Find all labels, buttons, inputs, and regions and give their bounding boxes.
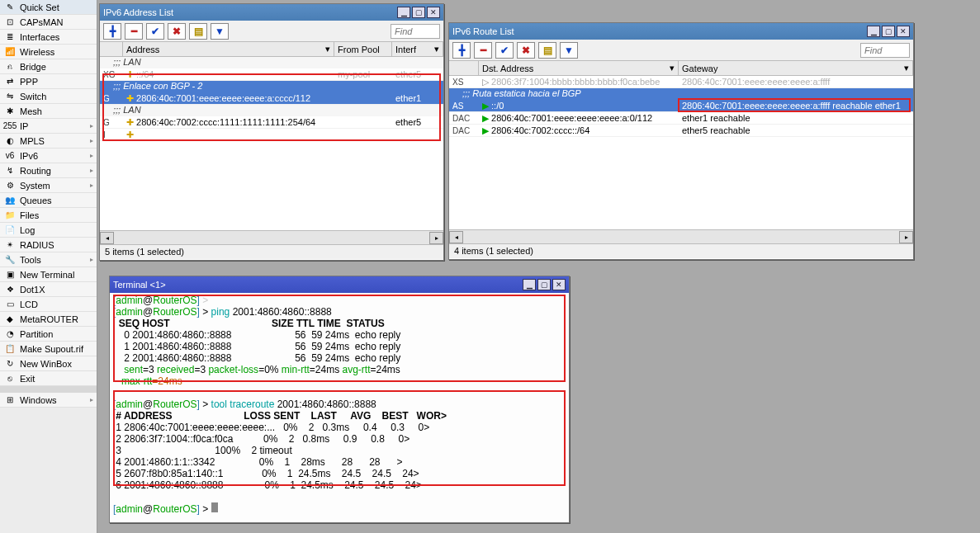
table-row[interactable]: G✚ 2806:40c:7002:cccc:1111:1111:1111:254…	[100, 116, 443, 129]
sidebar-item-label: Quick Set	[20, 2, 59, 12]
comment-row[interactable]: ;;; Enlace con BGP - 2	[100, 81, 443, 92]
menu-icon: 📶	[3, 45, 17, 59]
sidebar-item-lcd[interactable]: ▭LCD	[0, 297, 97, 312]
sidebar-item-wireless[interactable]: 📶Wireless	[0, 45, 97, 59]
sidebar-item-new-winbox[interactable]: ↻New WinBox	[0, 356, 97, 371]
col-gateway[interactable]: Gateway▾	[679, 61, 913, 75]
sidebar-item-ipv6[interactable]: v6IPv6▸	[0, 149, 97, 163]
sidebar-item-ip[interactable]: 255IP▸	[0, 119, 97, 134]
titlebar-address[interactable]: IPv6 Address List ▁ ▢ ✕	[100, 4, 443, 21]
address-cell: ✚ 2806:40c:7001:eeee:eeee:eeee:a:cccc/11…	[123, 93, 334, 104]
sidebar-item-label: IP	[20, 121, 28, 131]
table-row[interactable]: XG✚ ::/64my-poolether5	[100, 68, 443, 81]
hscrollbar-route[interactable]: ◂▸	[449, 229, 913, 243]
terminal-body[interactable]: [admin@RouterOS] > [admin@RouterOS] > pi…	[110, 293, 569, 522]
add-button[interactable]: ╋	[452, 42, 471, 59]
sidebar-item-interfaces[interactable]: ≣Interfaces	[0, 30, 97, 45]
sidebar-item-mpls[interactable]: ◐MPLS▸	[0, 134, 97, 149]
table-row[interactable]: G✚ 2806:40c:7001:eeee:eeee:eeee:a:cccc/1…	[100, 92, 443, 105]
pool-cell: my-pool	[334, 69, 392, 79]
scroll-left-button[interactable]: ◂	[449, 231, 463, 243]
sidebar-item-capsman[interactable]: ⊡CAPsMAN	[0, 15, 97, 30]
sidebar-windows[interactable]: ⊞ Windows ▸	[0, 393, 97, 408]
menu-icon: ⎌	[3, 60, 17, 73]
sidebar-item-exit[interactable]: ⎋Exit	[0, 371, 97, 386]
sidebar-item-label: MetaROUTER	[20, 314, 78, 324]
comment-row[interactable]: ;;; LAN	[100, 57, 443, 68]
sidebar-item-new-terminal[interactable]: ▣New Terminal	[0, 267, 97, 282]
menu-icon: ◔	[3, 328, 17, 341]
sidebar-item-make-supout-rif[interactable]: 📋Make Supout.rif	[0, 342, 97, 356]
sidebar-item-ppp[interactable]: ⇄PPP	[0, 74, 97, 89]
comment-row[interactable]: ;;; LAN	[100, 105, 443, 116]
address-icon: ✚	[126, 93, 134, 103]
sidebar-item-label: RADIUS	[20, 240, 54, 250]
dst-cell: ▶ 2806:40c:7001:eeee:eeee:eeee:a:0/112	[479, 113, 679, 124]
col-iface[interactable]: Interf▾	[392, 42, 443, 56]
menu-icon: ✱	[3, 105, 17, 118]
close-button[interactable]: ✕	[897, 26, 910, 37]
disable-button[interactable]: ✖	[168, 23, 186, 40]
add-button[interactable]: ╋	[103, 23, 121, 40]
sidebar-item-tools[interactable]: 🔧Tools▸	[0, 252, 97, 267]
sidebar-item-metarouter[interactable]: ◆MetaROUTER	[0, 312, 97, 327]
col-pool[interactable]: From Pool	[334, 42, 392, 56]
remove-button[interactable]: ━	[474, 42, 492, 59]
menu-icon: ⚙	[3, 179, 17, 192]
flag-cell: DAC	[449, 114, 479, 123]
menu-icon: ◆	[3, 313, 17, 326]
sidebar-item-system[interactable]: ⚙System▸	[0, 178, 97, 193]
minimize-button[interactable]: ▁	[397, 7, 410, 18]
titlebar-route[interactable]: IPv6 Route List ▁ ▢ ✕	[449, 23, 913, 40]
scroll-left-button[interactable]: ◂	[100, 232, 114, 244]
table-body-route[interactable]: XS▷ 2806:3f7:1004:bbbb:bbbb:bbbb:f0ca:be…	[449, 76, 913, 229]
filter-button[interactable]: ▼	[560, 42, 578, 59]
disable-button[interactable]: ✖	[517, 42, 535, 59]
maximize-button[interactable]: ▢	[882, 26, 895, 37]
titlebar-terminal[interactable]: Terminal <1> ▁ ▢ ✕	[110, 276, 569, 293]
scroll-right-button[interactable]: ▸	[899, 231, 913, 243]
flag-cell: I	[100, 130, 123, 139]
col-dst[interactable]: Dst. Address▾	[479, 61, 679, 75]
table-row[interactable]: DAC▶ 2806:40c:7001:eeee:eeee:eeee:a:0/11…	[449, 112, 913, 125]
table-body-address[interactable]: ;;; LANXG✚ ::/64my-poolether5;;; Enlace …	[100, 57, 443, 230]
sidebar-item-label: Make Supout.rif	[20, 344, 83, 354]
sidebar-item-routing[interactable]: ↯Routing▸	[0, 163, 97, 178]
sidebar-item-radius[interactable]: ✴RADIUS	[0, 238, 97, 252]
scroll-right-button[interactable]: ▸	[429, 232, 443, 244]
sidebar-item-switch[interactable]: ⇋Switch	[0, 89, 97, 104]
comment-button[interactable]: ▤	[538, 42, 556, 59]
comment-button[interactable]: ▤	[189, 23, 207, 40]
table-row[interactable]: XS▷ 2806:3f7:1004:bbbb:bbbb:bbbb:f0ca:be…	[449, 76, 913, 88]
enable-button[interactable]: ✔	[146, 23, 164, 40]
sidebar-item-mesh[interactable]: ✱Mesh	[0, 104, 97, 119]
filter-button[interactable]: ▼	[211, 23, 229, 40]
maximize-button[interactable]: ▢	[412, 7, 425, 18]
minimize-button[interactable]: ▁	[523, 279, 536, 290]
sidebar-item-partition[interactable]: ◔Partition	[0, 327, 97, 342]
remove-button[interactable]: ━	[125, 23, 143, 40]
enable-button[interactable]: ✔	[495, 42, 514, 59]
table-row[interactable]: AS▶ ::/02806:40c:7001:eeee:eeee:eeee:a:f…	[449, 100, 913, 112]
sidebar-item-bridge[interactable]: ⎌Bridge	[0, 59, 97, 74]
table-row[interactable]: DAC▶ 2806:40c:7002:cccc::/64ether5 reach…	[449, 125, 913, 137]
sidebar-item-dot1x[interactable]: ❖Dot1X	[0, 282, 97, 297]
table-row[interactable]: I✚	[100, 129, 443, 141]
col-address[interactable]: Address▾	[123, 42, 334, 56]
comment-row[interactable]: ;;; Ruta estatica hacia el BGP	[449, 88, 913, 100]
sidebar-item-log[interactable]: 📄Log	[0, 223, 97, 238]
chevron-right-icon: ▸	[90, 256, 93, 263]
gateway-cell: ether5 reachable	[679, 125, 913, 135]
menu-icon: ↯	[3, 164, 17, 177]
minimize-button[interactable]: ▁	[867, 26, 880, 37]
find-input[interactable]	[391, 24, 440, 39]
maximize-button[interactable]: ▢	[537, 279, 551, 290]
close-button[interactable]: ✕	[427, 7, 440, 18]
sidebar-item-queues[interactable]: 👥Queues	[0, 193, 97, 208]
find-input[interactable]	[860, 43, 910, 58]
sidebar-item-files[interactable]: 📁Files	[0, 208, 97, 223]
close-button[interactable]: ✕	[552, 279, 566, 290]
menu-icon: ⇄	[3, 75, 17, 88]
hscrollbar-address[interactable]: ◂▸	[100, 230, 443, 244]
sidebar-item-quick-set[interactable]: ✎Quick Set	[0, 0, 97, 15]
